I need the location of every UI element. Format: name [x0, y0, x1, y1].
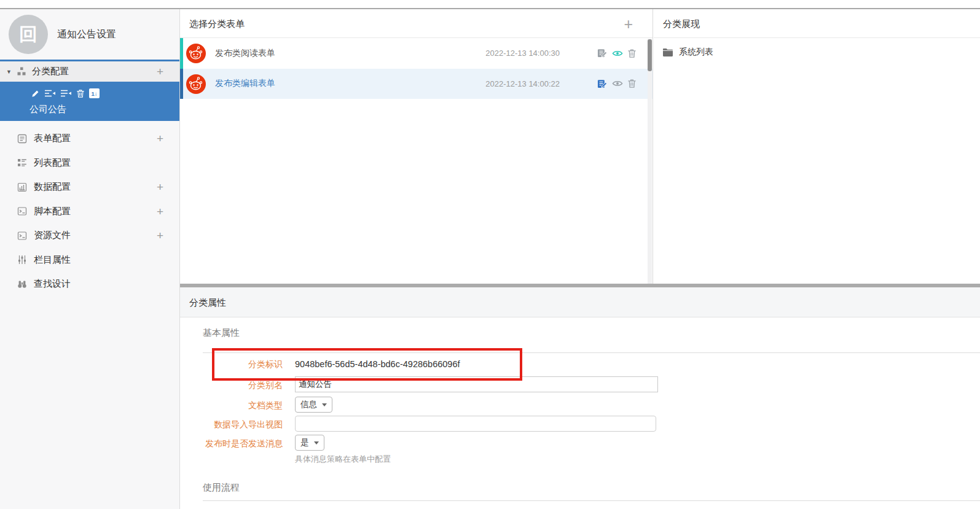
form-timestamp: 2022-12-13 14:00:22 [485, 79, 560, 88]
properties-panel-header: 分类属性 [180, 287, 980, 317]
terminal-icon [17, 231, 27, 241]
list-icon [17, 158, 27, 168]
form-avatar-icon [186, 44, 206, 63]
sidebar-menu: 表单配置 + 列表配置 数据配置 + [0, 126, 179, 297]
row-status-bar [180, 69, 183, 99]
sidebar-item-form-config[interactable]: 表单配置 + [0, 126, 179, 151]
vertical-scrollbar[interactable] [648, 39, 652, 284]
sidebar-group-category-config[interactable]: ▼ 分类配置 + [0, 61, 179, 82]
category-icon [17, 67, 26, 76]
tree-item-label: 系统列表 [679, 47, 713, 58]
field-label: 分类别名 [180, 380, 283, 391]
category-alias-input[interactable] [295, 376, 658, 392]
edit-form-icon[interactable] [597, 48, 608, 58]
sidebar-item-column-properties[interactable]: 栏目属性 [0, 248, 179, 273]
properties-form: 基本属性 分类标识 9048bef6-56d5-4d48-bd6c-49286b… [180, 317, 980, 508]
sort-order-badge[interactable]: 1↓ [89, 88, 100, 98]
selected-option: 是 [300, 437, 309, 448]
panel-title: 分类展现 [663, 9, 700, 38]
menu-label: 脚本配置 [34, 206, 71, 217]
delete-trash-icon[interactable] [627, 79, 637, 88]
menu-label: 数据配置 [34, 181, 71, 193]
sliders-icon [17, 255, 27, 265]
list-item[interactable]: 发布类编辑表单 2022-12-13 14:00:22 [180, 69, 653, 99]
add-category-button[interactable]: + [157, 66, 163, 77]
row-actions [597, 48, 637, 59]
app-title: 通知公告设置 [57, 9, 116, 60]
sidebar-item-data-config[interactable]: 数据配置 + [0, 175, 179, 200]
insert-above-icon[interactable] [44, 89, 56, 98]
app-logo: 回 [9, 15, 48, 54]
chevron-down-icon [322, 403, 327, 406]
field-hint: 具体消息策略在表单中配置 [295, 454, 391, 465]
selected-option: 信息 [300, 399, 317, 410]
form-timestamp: 2022-12-13 14:00:30 [485, 49, 560, 58]
field-label: 发布时是否发送消息 [180, 438, 283, 449]
binoculars-icon [17, 279, 27, 289]
delete-trash-icon[interactable] [627, 49, 637, 58]
terminal-icon [17, 206, 27, 216]
logo-glyph: 回 [19, 25, 37, 44]
folder-icon [662, 47, 673, 57]
tree-item-system-list[interactable]: 系统列表 [654, 43, 980, 61]
section-divider [203, 352, 980, 353]
sidebar-group-label: 分类配置 [32, 66, 69, 77]
delete-trash-icon[interactable] [76, 89, 85, 98]
doc-type-select[interactable]: 信息 [295, 397, 332, 413]
field-label: 文档类型 [180, 400, 283, 411]
display-panel-header: 分类展现 [654, 9, 980, 38]
edit-pencil-icon[interactable] [31, 89, 40, 98]
sidebar-item-script-config[interactable]: 脚本配置 + [0, 200, 179, 224]
field-label: 数据导入导出视图 [180, 419, 283, 430]
row-status-bar [180, 38, 183, 69]
scrollbar-thumb[interactable] [648, 39, 652, 71]
chevron-down-icon [314, 441, 319, 445]
sidebar-item-company-announcement[interactable]: 1↓ 公司公告 [0, 82, 179, 121]
display-panel: 分类展现 系统列表 [654, 9, 980, 284]
sidebar-item-label: 公司公告 [29, 104, 66, 115]
preview-eye-icon[interactable] [612, 48, 623, 59]
menu-label: 查找设计 [34, 278, 71, 290]
chart-icon [17, 182, 27, 192]
form-list-panel: 选择分类表单 + 发布类阅读表单 2022-12-13 14:00:30 [180, 9, 653, 284]
add-form-plus-button[interactable]: + [624, 15, 633, 33]
form-name[interactable]: 发布类编辑表单 [215, 78, 275, 89]
sidebar: 回 通知公告设置 ▼ 分类配置 + [0, 9, 180, 509]
section-title-basic: 基本属性 [203, 327, 240, 339]
properties-panel: 分类属性 基本属性 分类标识 9048bef6-56d5-4d48-bd6c-4… [180, 287, 980, 509]
import-export-view-input[interactable] [295, 416, 656, 432]
item-toolbar: 1↓ [31, 88, 100, 98]
category-id-value: 9048bef6-56d5-4d48-bd6c-49286b66096f [295, 359, 460, 369]
menu-label: 表单配置 [34, 133, 71, 144]
add-data-button[interactable]: + [157, 181, 163, 193]
panel-title: 选择分类表单 [189, 9, 245, 38]
add-resource-button[interactable]: + [157, 230, 163, 241]
sidebar-item-resource-files[interactable]: 资源文件 + [0, 223, 179, 248]
form-name[interactable]: 发布类阅读表单 [215, 48, 275, 59]
list-item[interactable]: 发布类阅读表单 2022-12-13 14:00:30 [180, 38, 653, 69]
form-avatar-icon [186, 74, 206, 94]
sidebar-item-search-design[interactable]: 查找设计 [0, 272, 179, 297]
menu-label: 资源文件 [34, 230, 71, 241]
insert-below-icon[interactable] [60, 89, 72, 98]
form-icon [17, 134, 27, 144]
caret-down-icon[interactable]: ▼ [6, 69, 12, 75]
section-divider [203, 500, 980, 501]
app-header: 回 通知公告设置 [0, 9, 179, 60]
field-label: 分类标识 [180, 359, 283, 370]
add-script-button[interactable]: + [157, 206, 163, 217]
edit-form-icon[interactable] [597, 79, 608, 89]
form-list-header: 选择分类表单 + [180, 9, 653, 38]
menu-label: 栏目属性 [34, 254, 71, 266]
sidebar-item-list-config[interactable]: 列表配置 [0, 151, 179, 176]
add-form-button[interactable]: + [157, 133, 163, 144]
panel-title: 分类属性 [189, 287, 226, 317]
row-actions [597, 78, 637, 89]
send-message-select[interactable]: 是 [295, 435, 324, 451]
app-window: 回 通知公告设置 ▼ 分类配置 + [0, 0, 980, 509]
section-title-flow: 使用流程 [203, 482, 240, 494]
preview-eye-icon[interactable] [612, 78, 623, 89]
menu-label: 列表配置 [34, 157, 71, 169]
